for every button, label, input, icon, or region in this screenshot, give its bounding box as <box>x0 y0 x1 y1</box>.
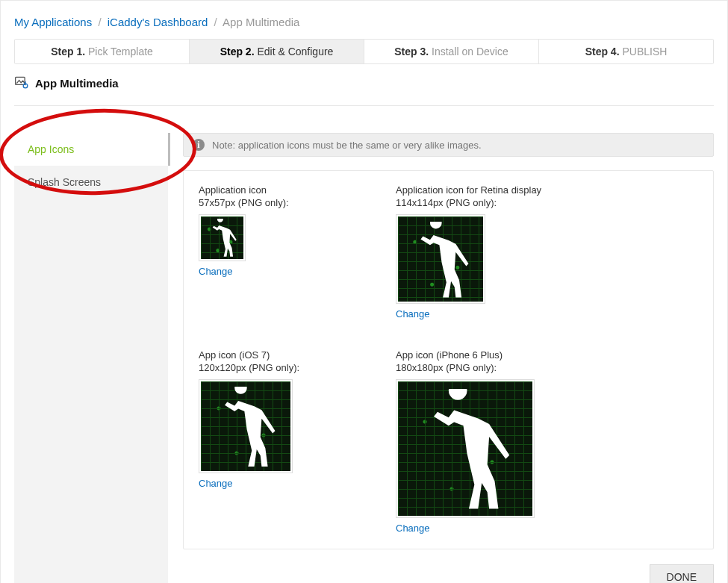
icon-slot-120: App icon (iOS 7) 120x120px (PNG only): C… <box>199 349 348 534</box>
sidebar-item-splash-screens[interactable]: Splash Screens <box>14 166 168 199</box>
step-3[interactable]: Step 3. Install on Device <box>364 40 539 63</box>
golfer-icon <box>398 389 532 515</box>
icon-thumbnail[interactable] <box>199 379 293 473</box>
breadcrumb: My Applications / iCaddy's Dashboard / A… <box>14 10 714 39</box>
content-card: Application icon 57x57px (PNG only): Cha… <box>183 170 714 549</box>
sidebar-item-label: App Icons <box>28 143 74 155</box>
icon-slot-label: App icon (iOS 7) 120x120px (PNG only): <box>199 349 348 375</box>
breadcrumb-current: App Multimedia <box>223 16 299 28</box>
icon-slot-57: Application icon 57x57px (PNG only): Cha… <box>199 184 348 319</box>
breadcrumb-link-my-applications[interactable]: My Applications <box>14 16 92 28</box>
change-link[interactable]: Change <box>396 523 430 534</box>
wizard-steps: Step 1. Pick Template Step 2. Edit & Con… <box>14 39 714 64</box>
icon-grid: Application icon 57x57px (PNG only): Cha… <box>199 184 698 534</box>
icon-slot-label: App icon (iPhone 6 Plus) 180x180px (PNG … <box>396 349 545 375</box>
golfer-icon <box>398 222 483 302</box>
note-text: Note: application icons must be the same… <box>212 140 482 151</box>
icon-thumbnail[interactable] <box>396 379 535 518</box>
step-1[interactable]: Step 1. Pick Template <box>15 40 190 63</box>
change-link[interactable]: Change <box>199 478 233 489</box>
sidebar-item-label: Splash Screens <box>28 176 101 188</box>
sidebar-item-app-icons[interactable]: App Icons <box>14 133 170 166</box>
breadcrumb-link-dashboard[interactable]: iCaddy's Dashboard <box>108 16 208 28</box>
section-title-row: App Multimedia <box>14 75 714 92</box>
info-icon: i <box>193 139 205 151</box>
main-column: i Note: application icons must be the sa… <box>168 133 714 583</box>
note-bar: i Note: application icons must be the sa… <box>183 133 714 157</box>
sidebar: App Icons Splash Screens <box>14 133 168 583</box>
golfer-icon <box>201 387 290 471</box>
golfer-icon <box>201 219 243 259</box>
icon-slot-label: Application icon 57x57px (PNG only): <box>199 184 348 210</box>
icon-slot-180: App icon (iPhone 6 Plus) 180x180px (PNG … <box>396 349 545 534</box>
breadcrumb-separator: / <box>95 16 104 28</box>
icon-thumbnail[interactable] <box>199 214 246 261</box>
icon-thumbnail[interactable] <box>396 214 485 304</box>
breadcrumb-separator: / <box>211 16 220 28</box>
change-link[interactable]: Change <box>199 266 233 277</box>
icon-slot-114: Application icon for Retina display 114x… <box>396 184 545 319</box>
done-button[interactable]: DONE <box>650 564 714 583</box>
multimedia-icon <box>14 75 29 92</box>
page-title: App Multimedia <box>35 77 119 90</box>
icon-slot-label: Application icon for Retina display 114x… <box>396 184 545 210</box>
step-2[interactable]: Step 2. Edit & Configure <box>190 40 364 63</box>
change-link[interactable]: Change <box>396 308 430 319</box>
step-4[interactable]: Step 4. PUBLISH <box>539 40 713 63</box>
page-wrap: My Applications / iCaddy's Dashboard / A… <box>0 0 728 583</box>
